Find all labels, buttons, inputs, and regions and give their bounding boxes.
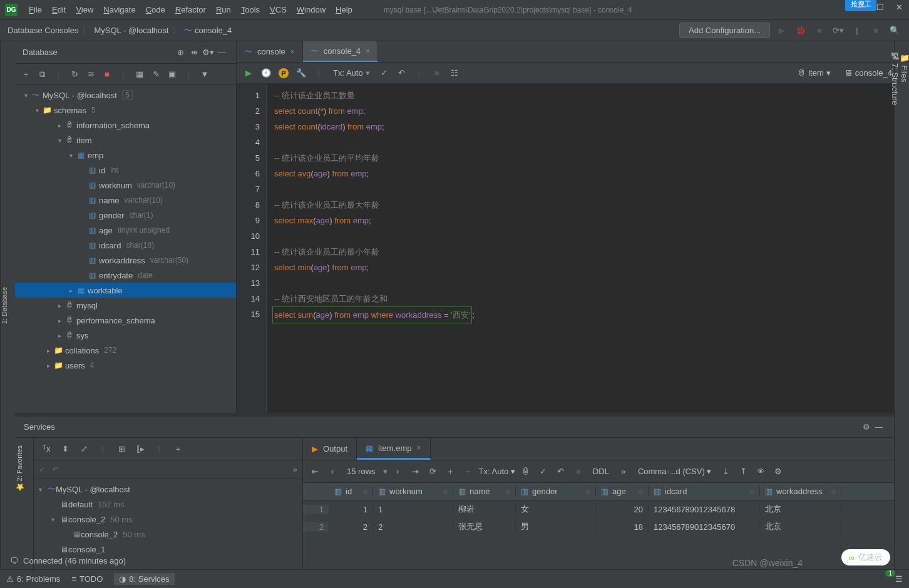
tree-item-mysql[interactable]: ▸🛢mysql [15,298,236,313]
import-icon[interactable]: ⤒ [736,467,750,476]
wrench-icon[interactable]: 🔧 [294,68,308,78]
tree-datasource[interactable]: ▾〜MySQL - @localhost5 [15,88,236,103]
prev-icon[interactable]: ‹ [326,467,339,476]
services-button[interactable]: ◑ 8: Services [114,573,174,585]
reload-icon[interactable]: ⟳ [426,467,440,476]
more-icon[interactable]: » [617,467,630,476]
tree-item-users[interactable]: ▸📁users4 [15,358,236,373]
copy-icon[interactable]: ⧉ [35,69,49,79]
result-tab-Output[interactable]: ▶ Output [303,438,357,460]
stop-icon[interactable]: ■ [572,467,585,476]
settings-icon[interactable]: ☷ [448,68,461,78]
commit-icon[interactable]: ✓ [537,467,550,476]
schema-selector[interactable]: 🛢 item ▾ [793,67,836,79]
maximize-icon[interactable]: ☐ [875,3,885,12]
menu-tools[interactable]: Tools [236,3,265,17]
refresh-icon[interactable]: ↻ [68,69,81,79]
breadcrumb-item[interactable]: 〜 console_4 [184,25,232,36]
tx-mode-dropdown[interactable]: Tx: Auto ▾ [329,68,374,78]
tree-item-entrydate[interactable]: ▥entrydatedate [15,268,236,283]
tree-item-gender[interactable]: ▥genderchar(1) [15,208,236,223]
menu-file[interactable]: File [24,3,47,17]
tree-item-sys[interactable]: ▸🛢sys [15,328,236,343]
event-log-icon[interactable]: 🗨 [10,556,18,565]
tree-item-workaddress[interactable]: ▥workaddressvarchar(50) [15,253,236,268]
gear-icon[interactable]: ⚙ [860,422,873,432]
row-count[interactable]: 15 rows [343,467,379,476]
service-tree-item[interactable]: 🖥 default152 ms [34,497,302,512]
menu-view[interactable]: View [71,3,98,17]
next-icon[interactable]: › [391,467,405,476]
remove-row-icon[interactable]: － [461,466,475,477]
stop-icon[interactable]: ■ [813,26,826,35]
minimize-icon[interactable]: — [856,3,866,12]
tree-item-collations[interactable]: ▸📁collations272 [15,343,236,358]
check-icon[interactable]: ✓ [39,465,46,474]
column-header-name[interactable]: ▥name◇ [453,487,516,496]
breadcrumb-item[interactable]: Database Consoles [8,26,78,35]
collapse-icon[interactable]: ⤢ [76,444,91,454]
result-tab-item.emp[interactable]: ▦ item.emp × [357,438,430,460]
files-tab[interactable]: 📁 Files [900,53,909,558]
search-icon[interactable]: 🔍 [888,26,901,35]
export-icon[interactable]: ⤓ [719,467,732,476]
gear-icon[interactable]: ⚙ [771,467,785,476]
stop-icon[interactable]: ■ [100,69,114,79]
service-tree-item[interactable]: ▾🖥 console_250 ms [34,512,302,527]
stop2-icon[interactable]: ■ [869,26,883,35]
add-configuration-button[interactable]: Add Configuration... [679,23,770,38]
hide-icon[interactable]: — [873,422,885,432]
menu-vcs[interactable]: VCS [265,3,292,17]
tree-schemas[interactable]: ▾📁schemas5 [15,103,236,118]
close-icon[interactable]: ✕ [894,3,904,12]
table-row[interactable]: 1 11柳岩 女20123456789012345678北京 [303,500,894,518]
menu-window[interactable]: Window [292,3,331,17]
undo-icon[interactable]: ↶ [52,465,59,474]
tree-item-performance_schema[interactable]: ▸🛢performance_schema [15,313,236,328]
tree-item-name[interactable]: ▥namevarchar(10) [15,193,236,208]
tree-item-id[interactable]: ▥idint [15,163,236,178]
tree-item-worktable[interactable]: ▸▦worktable [15,283,236,298]
menu-run[interactable]: Run [211,3,236,17]
tree-item-emp[interactable]: ▾▦emp [15,148,236,163]
history-icon[interactable]: 🕘 [259,68,273,78]
stop-icon[interactable]: ■ [430,68,444,78]
last-icon[interactable]: ⇥ [409,467,423,476]
group-icon[interactable]: ⟦▸ [133,444,148,454]
left-rail-database[interactable]: 1: Database [0,41,15,569]
add-icon[interactable]: ＋ [170,444,185,455]
menu-edit[interactable]: Edit [47,3,71,17]
tx-icon[interactable]: Tx [39,444,54,454]
event-badge[interactable]: 1☰ [885,574,903,584]
menu-code[interactable]: Code [141,3,170,17]
column-header-idcard[interactable]: ▥idcard◇ [649,487,760,496]
filter-icon[interactable]: ▼ [198,69,212,79]
tx-mode-dropdown[interactable]: Tx: Auto ▾ [479,467,515,476]
favorites-icon[interactable]: ⭐ 2: Favorites [15,442,23,495]
more-icon[interactable]: » [293,465,297,474]
edit-icon[interactable]: ✎ [149,69,163,79]
rollback-icon[interactable]: ↶ [554,467,568,476]
column-header-age[interactable]: ▥age◇ [596,487,649,496]
split-icon[interactable]: ⇹ [187,48,201,57]
hide-icon[interactable]: — [215,48,229,57]
problems-button[interactable]: ⚠ 6: Problems [6,574,60,584]
tree-item-information_schema[interactable]: ▸🛢information_schema [15,118,236,133]
close-tab-icon[interactable]: × [290,48,295,56]
close-tab-icon[interactable]: × [366,47,370,56]
menu-navigate[interactable]: Navigate [98,3,140,17]
table-row[interactable]: 2 22张无忌 男18123456789012345670北京 [303,518,894,535]
editor-tab-console[interactable]: 〜console× [237,41,303,62]
explain-plan-icon[interactable]: P [277,68,290,78]
target-icon[interactable]: ⊕ [173,48,187,57]
debug-icon[interactable]: 🐞 [794,26,808,35]
run-icon[interactable]: ▶ [242,68,255,78]
eye-icon[interactable]: 👁 [754,467,768,476]
tree-item-idcard[interactable]: ▥idcardchar(18) [15,238,236,253]
first-icon[interactable]: ⇤ [308,467,322,476]
expand-icon[interactable]: ⬍ [58,444,73,454]
menu-refactor[interactable]: Refactor [170,3,211,17]
table-icon[interactable]: ▦ [133,69,146,79]
add-row-icon[interactable]: ＋ [444,466,458,477]
editor-tab-console_4[interactable]: 〜console_4× [303,41,378,62]
